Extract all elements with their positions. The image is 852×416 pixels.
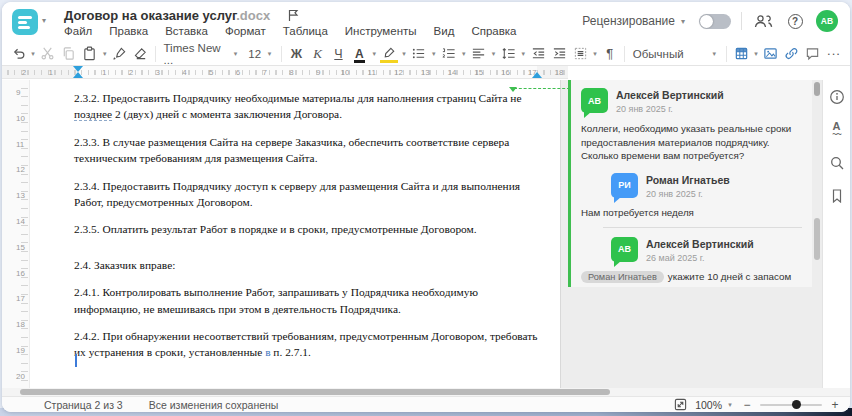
ruler-number: 2 xyxy=(129,68,133,77)
ruler-number: 4 xyxy=(182,68,186,77)
comment-anchor-line xyxy=(514,88,570,89)
font-color-button[interactable]: А xyxy=(349,44,369,64)
menu-file[interactable]: Файл xyxy=(64,25,92,37)
editor-window: ▾ Договор на оказание услуг.docx Файл Пр… xyxy=(2,2,850,412)
highlight-caret-icon[interactable]: ▾ xyxy=(400,50,408,58)
divider xyxy=(741,12,742,30)
h-scrollbar-thumb[interactable] xyxy=(20,389,610,395)
bookmark-icon[interactable] xyxy=(828,187,846,205)
comment-text: Коллеги, необходимо указать реальные сро… xyxy=(581,122,803,163)
comment-author-name: Алексей Вертинский xyxy=(616,88,724,101)
bold-button[interactable]: Ж xyxy=(286,44,306,64)
font-size-select[interactable]: 12▾ xyxy=(244,44,277,64)
ruler-number: 7 xyxy=(263,68,267,77)
left-indent-marker[interactable] xyxy=(73,72,83,78)
toolbar-more-button[interactable]: ... xyxy=(824,44,844,64)
nonprinting-chars-button[interactable]: ¶ xyxy=(600,44,620,64)
ruler-number: 12 xyxy=(394,68,403,77)
main-area: 91011121314151617181920 2.3.2. Предостав… xyxy=(2,80,850,388)
align-caret-icon[interactable]: ▾ xyxy=(490,50,498,58)
ruler-number: 17 xyxy=(528,68,537,77)
app-logo-icon[interactable] xyxy=(12,9,38,35)
comments-scrollbar[interactable] xyxy=(814,80,820,388)
undo-button[interactable] xyxy=(8,44,28,64)
document-page[interactable]: 2.3.2. Предоставить Подрядчику необходим… xyxy=(30,80,560,388)
insert-image-button[interactable] xyxy=(761,44,781,64)
bullet-list-caret-icon[interactable]: ▾ xyxy=(430,50,438,58)
bullet-list-button[interactable] xyxy=(409,44,429,64)
scrollbar-thumb[interactable] xyxy=(814,82,820,96)
favorite-flag-icon[interactable] xyxy=(288,9,299,25)
titlebar: ▾ Договор на оказание услуг.docx Файл Пр… xyxy=(2,2,850,42)
increase-indent-button[interactable] xyxy=(549,44,569,64)
menu-edit[interactable]: Правка xyxy=(109,25,148,37)
line-spacing-button[interactable] xyxy=(498,44,518,64)
collaboration-users-icon[interactable] xyxy=(752,10,774,32)
insert-table-caret-icon[interactable]: ▾ xyxy=(752,50,760,58)
logo-menu-caret-icon[interactable]: ▾ xyxy=(42,16,46,25)
ruler-number: 13 xyxy=(16,191,25,200)
menu-tools[interactable]: Инструменты xyxy=(345,25,417,37)
font-color-letter: А xyxy=(355,49,364,59)
zoom-level[interactable]: 100%▾ xyxy=(695,399,734,411)
cut-button[interactable] xyxy=(38,44,58,64)
numbered-list-caret-icon[interactable]: ▾ xyxy=(460,50,468,58)
horizontal-scrollbar[interactable] xyxy=(2,388,850,396)
insert-table-button[interactable] xyxy=(731,44,751,64)
fit-to-width-icon[interactable] xyxy=(674,398,687,411)
menu-help[interactable]: Справка xyxy=(471,25,516,37)
zoom-in-button[interactable]: + xyxy=(830,398,840,412)
ruler-number: 9 xyxy=(316,68,320,77)
comment-anchor-text[interactable]: позднее xyxy=(74,108,112,121)
font-name-select[interactable]: Times New ...▾ xyxy=(160,44,244,64)
italic-button[interactable]: К xyxy=(307,44,327,64)
menu-table[interactable]: Таблица xyxy=(283,25,328,37)
comment-divider xyxy=(603,227,802,228)
paragraph-2-3-3: 2.3.3. В случае размещения Сайта на серв… xyxy=(74,134,542,167)
ruler-number: 1 xyxy=(49,68,53,77)
menu-format[interactable]: Формат xyxy=(225,25,266,37)
clear-style-eraser-button[interactable] xyxy=(131,44,151,64)
paste-caret-icon[interactable]: ▾ xyxy=(101,50,109,58)
align-button[interactable] xyxy=(469,44,489,64)
search-icon[interactable] xyxy=(828,154,846,172)
paragraph-borders-caret-icon[interactable]: ▾ xyxy=(591,50,599,58)
paragraph-style-select[interactable]: Обычный▾ xyxy=(629,44,722,64)
underline-button[interactable]: Ч xyxy=(328,44,348,64)
menu-insert[interactable]: Вставка xyxy=(165,25,208,37)
ruler-number: 11 xyxy=(16,140,24,149)
toggle-knob xyxy=(700,15,713,28)
paste-button[interactable] xyxy=(80,44,100,64)
font-color-caret-icon[interactable]: ▾ xyxy=(370,50,378,58)
review-toggle[interactable] xyxy=(699,14,731,29)
numbered-list-button[interactable] xyxy=(439,44,459,64)
zoom-out-button[interactable]: − xyxy=(742,398,752,412)
spellcheck-icon[interactable]: А~~ xyxy=(828,121,846,139)
copy-button[interactable] xyxy=(59,44,79,64)
user-avatar[interactable]: АВ xyxy=(816,10,838,32)
undo-caret-icon[interactable]: ▾ xyxy=(29,50,37,58)
reply-author-name: Роман Игнатьев xyxy=(646,173,730,186)
comment-thread-card[interactable]: АВ Алексей Вертинский 20 янв 2025 г. Кол… xyxy=(568,80,812,287)
highlight-color-button[interactable] xyxy=(379,44,399,64)
toolbar: ▾ ▾ Times New ...▾ 12▾ Ж К Ч А ▾ xyxy=(2,42,850,66)
info-icon[interactable] xyxy=(828,88,846,106)
menu-view[interactable]: Вид xyxy=(434,25,455,37)
decrease-indent-button[interactable] xyxy=(528,44,548,64)
insert-comment-button[interactable] xyxy=(803,44,823,64)
paragraph-borders-button[interactable] xyxy=(570,44,590,64)
ruler-number: 2 xyxy=(22,68,26,77)
review-caret-icon[interactable]: ▾ xyxy=(681,17,685,26)
zoom-slider[interactable] xyxy=(760,404,822,406)
help-icon[interactable]: ? xyxy=(784,10,806,32)
page-indicator[interactable]: Страница 2 из 3 xyxy=(44,399,123,411)
ruler-number: 19 xyxy=(16,346,25,355)
titlebar-right: Рецензирование ▾ ? АВ xyxy=(582,10,838,32)
zoom-slider-handle[interactable] xyxy=(792,400,801,409)
mention-pill[interactable]: Роман Игнатьев xyxy=(581,271,664,283)
insert-link-button[interactable] xyxy=(782,44,802,64)
review-mode-label[interactable]: Рецензирование xyxy=(582,14,675,28)
line-spacing-caret-icon[interactable]: ▾ xyxy=(519,50,527,58)
format-painter-button[interactable] xyxy=(110,44,130,64)
scrollbar-thumb[interactable] xyxy=(814,218,820,260)
